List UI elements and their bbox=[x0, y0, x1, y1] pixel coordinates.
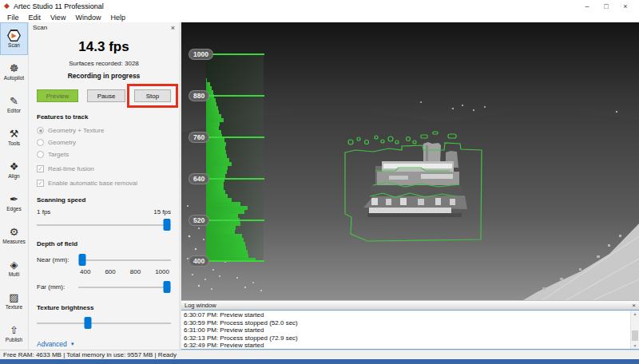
sidebar-label: Autopilot bbox=[4, 75, 24, 81]
depth-ticks: 400 600 800 1000 bbox=[78, 268, 171, 275]
sidebar-item-edges[interactable]: ✒ Edges bbox=[0, 186, 28, 219]
slider-track bbox=[78, 259, 171, 261]
far-slider[interactable] bbox=[78, 281, 171, 293]
menu-help[interactable]: Help bbox=[105, 14, 130, 22]
log-entries[interactable]: 6:30:07 PM: Preview started 6:30:59 PM: … bbox=[181, 311, 630, 349]
scroll-up-icon[interactable]: ▲ bbox=[633, 311, 637, 316]
depth-of-field-label: Depth of field bbox=[37, 240, 171, 247]
checkbox-label: Real-time fusion bbox=[48, 165, 94, 172]
radio-icon bbox=[37, 139, 44, 146]
status-text: Free RAM: 4633 MB | Total memory in use:… bbox=[3, 351, 177, 358]
3d-viewport[interactable]: 1000 880 760 640 520 400 bbox=[181, 22, 639, 300]
menu-view[interactable]: View bbox=[46, 14, 70, 22]
slider-thumb[interactable] bbox=[84, 317, 91, 329]
sidebar-label: Editor bbox=[7, 108, 21, 113]
depth-label-880: 880 bbox=[189, 90, 209, 101]
sidebar-label: Tools bbox=[8, 140, 20, 146]
radio-geometry-texture[interactable]: Geometry + Texture bbox=[37, 127, 171, 134]
align-icon: ❖ bbox=[10, 161, 19, 172]
log-entry: 6:32:49 PM: Preview started bbox=[184, 342, 628, 349]
autopilot-icon: ☸ bbox=[10, 63, 19, 74]
radio-targets[interactable]: Targets bbox=[37, 151, 171, 158]
app-logo-icon: ◆ bbox=[4, 2, 10, 10]
sidebar-item-tools[interactable]: ⚒ Tools bbox=[0, 121, 28, 153]
checkbox-icon: ✓ bbox=[37, 165, 44, 172]
sidebar-item-scan[interactable]: ▶ Scan bbox=[0, 22, 28, 55]
menu-file[interactable]: File bbox=[2, 14, 24, 22]
speed-max-label: 15 fps bbox=[153, 208, 171, 216]
far-label: Far (mm): bbox=[37, 283, 78, 291]
taskbar-strip bbox=[0, 359, 639, 364]
status-bar: Free RAM: 4633 MB | Total memory in use:… bbox=[0, 350, 639, 359]
slider-thumb[interactable] bbox=[164, 281, 171, 293]
sidebar-item-align[interactable]: ❖ Align bbox=[0, 153, 28, 186]
sidebar-item-publish[interactable]: ⇧ Publish bbox=[0, 317, 28, 350]
maximize-button[interactable]: □ bbox=[597, 2, 616, 10]
scan-buttons: Preview Pause Stop bbox=[37, 89, 171, 102]
depth-label-400: 400 bbox=[189, 255, 209, 267]
texture-icon: ▨ bbox=[9, 292, 18, 303]
depth-histogram bbox=[206, 54, 264, 262]
menu-window[interactable]: Window bbox=[70, 14, 105, 22]
scroll-down-icon[interactable]: ▼ bbox=[633, 343, 637, 348]
sidebar-item-editor[interactable]: ✎ Editor bbox=[0, 88, 28, 121]
radio-icon bbox=[37, 127, 44, 134]
near-slider[interactable] bbox=[78, 254, 171, 266]
preview-button[interactable]: Preview bbox=[37, 89, 78, 102]
stop-button[interactable]: Stop bbox=[134, 89, 171, 102]
menu-edit[interactable]: Edit bbox=[24, 14, 46, 22]
menu-bar: File Edit View Window Help bbox=[0, 12, 639, 22]
sidebar-label: Align bbox=[8, 173, 19, 179]
pause-button[interactable]: Pause bbox=[87, 89, 125, 102]
panel-close-icon[interactable]: × bbox=[171, 24, 175, 32]
log-entry: 6:30:07 PM: Preview started bbox=[184, 311, 628, 319]
scan-panel-title: Scan bbox=[33, 24, 47, 31]
advanced-link[interactable]: Advanced ▼ bbox=[37, 340, 171, 348]
scanning-speed-label: Scanning speed bbox=[37, 196, 171, 204]
slider-thumb[interactable] bbox=[163, 219, 170, 231]
tick-label: 400 bbox=[80, 268, 90, 275]
speed-min-label: 1 fps bbox=[37, 208, 50, 216]
checkbox-base-removal[interactable]: ✓ Enable automatic base removal bbox=[37, 180, 171, 187]
sidebar-item-autopilot[interactable]: ☸ Autopilot bbox=[0, 55, 28, 88]
sidebar-item-multi[interactable]: ◈ Multi bbox=[0, 251, 28, 284]
depth-label-760: 760 bbox=[189, 132, 209, 143]
slider-track bbox=[37, 224, 171, 226]
radio-label: Geometry + Texture bbox=[48, 127, 104, 134]
slider-thumb[interactable] bbox=[78, 254, 85, 266]
texture-brightness-slider[interactable] bbox=[37, 317, 171, 329]
checkbox-icon: ✓ bbox=[37, 180, 44, 187]
checkbox-label: Enable automatic base removal bbox=[48, 180, 137, 187]
sidebar-label: Texture bbox=[6, 304, 22, 310]
advanced-label: Advanced bbox=[37, 340, 67, 348]
tick-label: 800 bbox=[130, 268, 141, 275]
surfaces-recorded: Surfaces recorded: 3028 bbox=[37, 60, 171, 67]
slider-track bbox=[78, 287, 171, 288]
chevron-down-icon: ▼ bbox=[70, 342, 75, 346]
log-close-icon[interactable]: × bbox=[632, 302, 636, 309]
near-label: Near (mm): bbox=[37, 256, 78, 263]
log-window-header: Log window × bbox=[181, 300, 639, 310]
close-button[interactable]: × bbox=[616, 2, 635, 10]
log-entry: 6:32:13 PM: Process stopped (72.9 sec) bbox=[184, 334, 628, 342]
tick-label: 600 bbox=[105, 268, 115, 275]
checkbox-realtime-fusion[interactable]: ✓ Real-time fusion bbox=[37, 165, 171, 172]
sidebar-item-measures[interactable]: ⚙ Measures bbox=[0, 219, 28, 251]
minimize-button[interactable]: – bbox=[577, 2, 597, 10]
sidebar-item-texture[interactable]: ▨ Texture bbox=[0, 284, 28, 317]
radio-geometry[interactable]: Geometry bbox=[37, 139, 171, 146]
measures-icon: ⚙ bbox=[10, 227, 19, 238]
radio-label: Geometry bbox=[48, 139, 76, 146]
editor-icon: ✎ bbox=[10, 96, 18, 107]
scanning-speed-slider[interactable] bbox=[37, 219, 171, 231]
log-scrollbar[interactable]: ▲ ▼ bbox=[630, 311, 639, 349]
histogram-bars bbox=[206, 54, 264, 262]
log-window-title: Log window bbox=[185, 302, 216, 309]
tools-icon: ⚒ bbox=[10, 129, 19, 140]
radio-icon bbox=[37, 151, 44, 158]
app-window: ◆ Artec Studio 11 Professional – □ × Fil… bbox=[0, 0, 639, 364]
fps-readout: 14.3 fps bbox=[37, 39, 171, 55]
window-controls: – □ × bbox=[577, 2, 635, 10]
radio-label: Targets bbox=[48, 151, 69, 158]
scrollbar-thumb[interactable] bbox=[632, 330, 638, 341]
